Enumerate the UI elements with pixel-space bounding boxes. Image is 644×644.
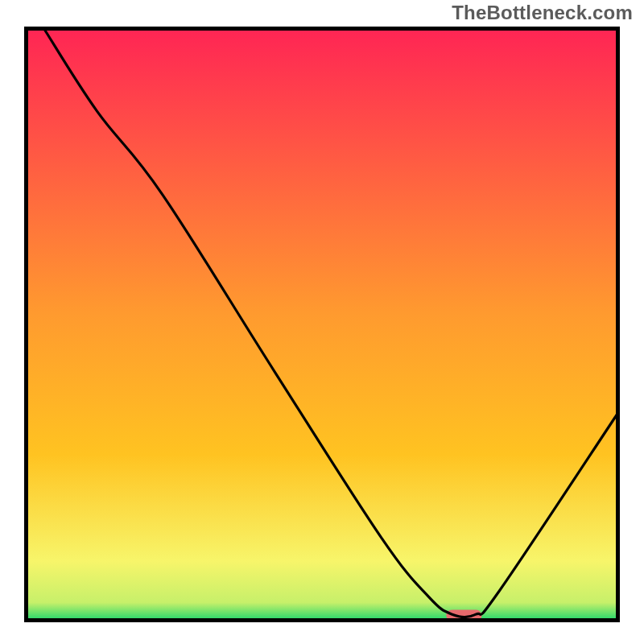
- chart-background: [27, 29, 618, 621]
- chart-svg: [24, 27, 620, 622]
- chart-frame: TheBottleneck.com: [0, 0, 644, 644]
- chart-canvas: [24, 27, 620, 622]
- watermark-text: TheBottleneck.com: [452, 2, 633, 24]
